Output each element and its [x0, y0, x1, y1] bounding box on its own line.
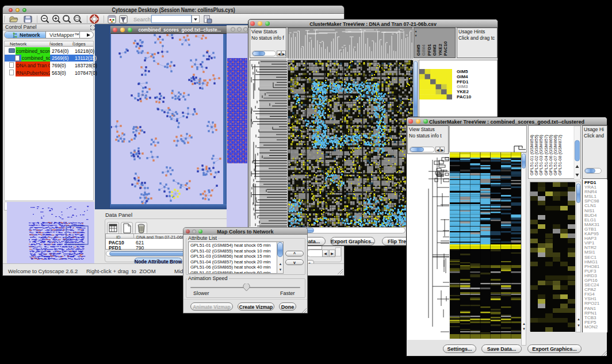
svg-text:GIM3: GIM3 [432, 44, 437, 56]
svg-text:GIM5: GIM5 [416, 44, 421, 56]
svg-text:PFD1: PFD1 [427, 44, 432, 56]
svg-text:GIM4: GIM4 [421, 44, 426, 56]
svg-text:YKE2: YKE2 [438, 44, 443, 56]
svg-text:GPL51-08 (GSM872): GPL51-08 (GSM872) [557, 135, 563, 175]
svg-text:PAC10: PAC10 [443, 41, 448, 56]
